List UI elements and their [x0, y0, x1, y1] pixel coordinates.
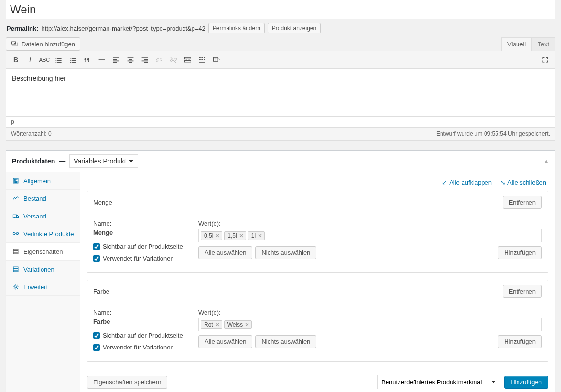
add-value-button[interactable]: Hinzufügen [498, 335, 542, 348]
remove-tag-icon[interactable]: ✕ [239, 232, 244, 239]
select-all-button[interactable]: Alle auswählen [198, 335, 252, 348]
values-input[interactable]: Rot✕ Weiss✕ [198, 318, 542, 331]
tab-shipping[interactable]: Versand [6, 207, 80, 225]
post-title-input[interactable] [10, 2, 551, 17]
editor-status-bar: Wörteranzahl: 0 Entwurf wurde um 09:55:5… [6, 128, 555, 141]
tab-advanced[interactable]: Erweitert [6, 278, 80, 296]
attribute-title: Menge [93, 199, 112, 206]
link-button[interactable] [152, 53, 166, 66]
numbered-list-button[interactable] [66, 53, 80, 66]
value-tag[interactable]: 0,5l✕ [201, 231, 222, 240]
blockquote-button[interactable] [81, 53, 94, 66]
svg-rect-8 [204, 59, 205, 60]
remove-tag-icon[interactable]: ✕ [215, 321, 220, 328]
editor-tabs: Visuell Text [502, 37, 555, 51]
fullscreen-button[interactable] [539, 53, 552, 66]
select-none-button[interactable]: Nichts auswählen [255, 335, 316, 348]
add-value-button[interactable]: Hinzufügen [498, 246, 542, 259]
value-tag[interactable]: 1,5l✕ [224, 231, 246, 240]
product-type-select[interactable]: Variables Produkt [69, 154, 138, 168]
attribute-box-menge: Menge Entfernen Name: Menge Sichtbar auf… [87, 191, 548, 273]
table-button[interactable] [210, 53, 223, 66]
visible-checkbox-row[interactable]: Sichtbar auf der Produktseite [93, 332, 189, 339]
product-data-panel: Produktdaten — Variables Produkt ▲ Allge… [6, 150, 555, 392]
product-tabs: Allgemein Bestand Versand Verlinkte Prod… [6, 172, 80, 392]
attributes-bottom-bar: Eigenschaften speichern Benutzerdefinier… [87, 369, 548, 389]
toolbar-toggle-button[interactable] [195, 53, 209, 66]
value-tag[interactable]: Rot✕ [201, 320, 222, 329]
svg-rect-5 [204, 57, 205, 58]
svg-point-19 [14, 217, 15, 218]
readmore-button[interactable] [181, 53, 194, 66]
value-tag[interactable]: Weiss✕ [224, 320, 252, 329]
collapse-all-link[interactable]: ⤡Alle schließen [500, 179, 546, 186]
visible-checkbox[interactable] [93, 243, 100, 250]
attribute-box-farbe: Farbe Entfernen Name: Farbe Sichtbar auf… [87, 280, 548, 362]
variations-checkbox-row[interactable]: Verwendet für Variationen [93, 344, 189, 351]
tab-linked-products[interactable]: Verlinkte Produkte [6, 225, 80, 243]
tab-attributes[interactable]: Eigenschaften [6, 243, 80, 261]
bold-button[interactable]: B [9, 53, 22, 66]
svg-rect-4 [201, 57, 203, 58]
remove-tag-icon[interactable]: ✕ [258, 232, 262, 239]
visible-checkbox[interactable] [93, 332, 100, 339]
select-all-button[interactable]: Alle auswählen [198, 246, 252, 259]
attribute-title: Farbe [93, 288, 109, 295]
italic-button[interactable]: I [23, 53, 37, 66]
tab-text[interactable]: Text [531, 37, 555, 51]
name-label: Name: [93, 220, 189, 227]
general-icon [12, 177, 20, 185]
edit-permalink-button[interactable]: Permalinks ändern [208, 23, 265, 33]
panel-collapse-handle[interactable]: ▲ [543, 158, 549, 164]
shipping-icon [12, 212, 20, 220]
svg-rect-14 [14, 179, 15, 180]
expand-all-link[interactable]: ⤢Alle aufklappen [442, 179, 492, 186]
svg-rect-7 [201, 59, 203, 60]
remove-attribute-button[interactable]: Entfernen [503, 285, 542, 298]
svg-rect-24 [13, 267, 18, 272]
editor-content[interactable]: Beschreibung hier [6, 69, 555, 117]
bulleted-list-button[interactable] [52, 53, 65, 66]
svg-rect-21 [13, 249, 18, 254]
variations-checkbox[interactable] [93, 344, 100, 351]
hr-button[interactable] [95, 53, 108, 66]
add-attribute-button[interactable]: Hinzufügen [504, 376, 548, 389]
select-none-button[interactable]: Nichts auswählen [255, 246, 316, 259]
tab-visual[interactable]: Visuell [501, 37, 532, 51]
remove-tag-icon[interactable]: ✕ [245, 321, 249, 328]
visible-checkbox-row[interactable]: Sichtbar auf der Produktseite [93, 243, 189, 250]
save-attributes-button[interactable]: Eigenschaften speichern [87, 376, 167, 389]
svg-point-20 [17, 217, 18, 218]
editor-wrap: Dateien hinzufügen Visuell Text B I ABC [6, 37, 555, 141]
remove-attribute-button[interactable]: Entfernen [503, 196, 542, 209]
attributes-content: ⤢Alle aufklappen ⤡Alle schließen Menge E… [80, 172, 555, 392]
editor-toolbar: B I ABC [6, 51, 555, 69]
collapse-icon: ⤡ [500, 179, 506, 186]
attribute-name: Menge [93, 229, 189, 236]
strike-button[interactable]: ABC [38, 53, 51, 66]
variations-checkbox[interactable] [93, 255, 100, 262]
add-media-button[interactable]: Dateien hinzufügen [6, 37, 80, 51]
title-box [6, 0, 555, 19]
values-input[interactable]: 0,5l✕ 1,5l✕ 1l✕ [198, 229, 542, 242]
variations-checkbox-row[interactable]: Verwendet für Variationen [93, 255, 189, 262]
inventory-icon [12, 195, 20, 202]
align-left-button[interactable] [109, 53, 123, 66]
variations-icon [12, 265, 20, 273]
media-icon [11, 40, 19, 48]
align-right-button[interactable] [138, 53, 151, 66]
name-label: Name: [93, 309, 189, 316]
view-product-button[interactable]: Produkt anzeigen [268, 23, 321, 33]
tab-general[interactable]: Allgemein [6, 172, 80, 190]
remove-tag-icon[interactable]: ✕ [215, 232, 220, 239]
svg-rect-6 [199, 59, 201, 60]
unlink-button[interactable] [167, 53, 180, 66]
custom-attribute-select[interactable]: Benutzerdefiniertes Produktmerkmal [377, 375, 500, 389]
tab-variations[interactable]: Variationen [6, 261, 80, 278]
attributes-icon [12, 248, 20, 255]
tab-inventory[interactable]: Bestand [6, 190, 80, 207]
autosave-status: Entwurf wurde um 09:55:54 Uhr gespeicher… [436, 131, 550, 137]
align-center-button[interactable] [124, 53, 137, 66]
value-tag[interactable]: 1l✕ [248, 231, 265, 240]
svg-rect-2 [185, 61, 191, 62]
